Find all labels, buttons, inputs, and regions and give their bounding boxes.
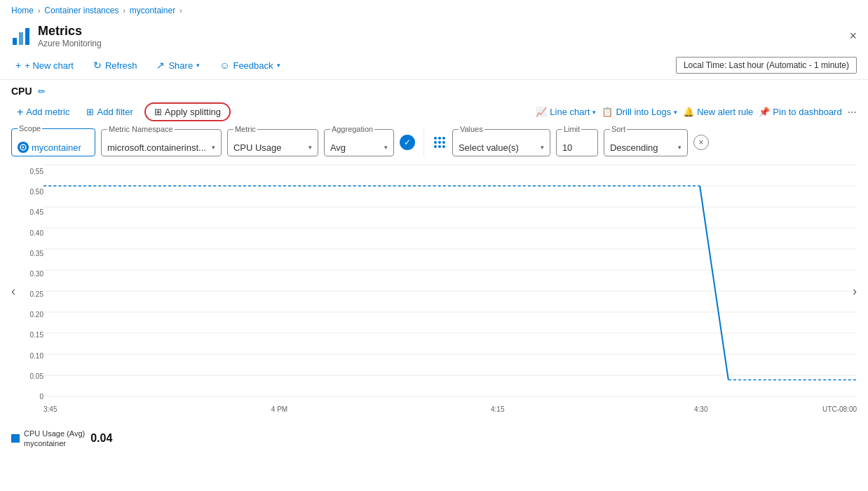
svg-point-12: [438, 145, 441, 148]
drill-logs-chevron-icon: ▾: [674, 109, 677, 116]
bc-sep-3: ›: [179, 7, 182, 15]
pin-label: Pin to dashboard: [773, 107, 841, 117]
x-label-430: 4:30: [694, 405, 707, 413]
time-range-button[interactable]: Local Time: Last hour (Automatic - 1 min…: [676, 57, 857, 74]
close-button[interactable]: ×: [849, 29, 857, 43]
feedback-chevron-icon: ▾: [277, 62, 280, 69]
chart-svg-container: 3:45 4 PM 4:15 4:30 UTC-08:00: [43, 165, 857, 417]
x-axis: 3:45 4 PM 4:15 4:30 UTC-08:00: [43, 401, 857, 417]
new-alert-rule-button[interactable]: 🔔 New alert rule: [683, 107, 753, 117]
svg-point-7: [442, 137, 445, 140]
page-header: Metrics Azure Monitoring ×: [0, 21, 868, 54]
metric-chevron-icon[interactable]: ▾: [308, 144, 312, 151]
refresh-button[interactable]: ↻ Refresh: [89, 57, 142, 74]
metrics-action-bar: + Add metric ⊞ Add filter ⊞ Apply splitt…: [11, 102, 857, 121]
feedback-button[interactable]: ☺ Feedback ▾: [215, 57, 284, 74]
add-metric-button[interactable]: + Add metric: [11, 103, 75, 121]
svg-point-4: [22, 147, 25, 149]
metric-value[interactable]: CPU Usage: [233, 142, 282, 153]
chart-title-row: CPU ✏: [11, 86, 857, 97]
splitting-icon: ⊞: [154, 107, 162, 117]
chart-section: CPU ✏ + Add metric ⊞ Add filter ⊞ Apply …: [0, 80, 868, 423]
add-metric-label: Add metric: [26, 107, 69, 117]
utc-label: UTC-08:00: [822, 405, 857, 413]
values-chevron-icon[interactable]: ▾: [541, 144, 544, 151]
limit-value[interactable]: 10: [562, 142, 572, 153]
edit-chart-icon[interactable]: ✏: [38, 86, 46, 97]
apply-splitting-button[interactable]: ⊞ Apply splitting: [144, 102, 231, 121]
svg-point-9: [438, 141, 441, 144]
alert-icon: 🔔: [683, 107, 694, 117]
svg-rect-2: [25, 28, 29, 45]
apply-splitting-label: Apply splitting: [165, 107, 221, 117]
new-alert-label: New alert rule: [697, 107, 753, 117]
new-chart-button[interactable]: + + New chart: [11, 57, 78, 74]
metric-namespace-chevron-icon[interactable]: ▾: [212, 144, 215, 151]
breadcrumb: Home › Container instances › mycontainer…: [0, 0, 868, 21]
aggregation-value[interactable]: Avg: [330, 142, 346, 153]
y-label-0.30: 0.30: [11, 270, 43, 278]
breadcrumb-mycontainer[interactable]: mycontainer: [130, 6, 175, 15]
pin-icon: 📌: [759, 107, 770, 117]
y-label-0: 0: [11, 393, 43, 401]
share-icon: ↗: [156, 60, 165, 71]
refresh-icon: ↻: [93, 60, 102, 71]
check-icon: ✓: [400, 135, 415, 150]
values-selector: Values Select value(s) ▾: [452, 129, 550, 156]
svg-point-10: [442, 141, 445, 144]
selector-row: Scope mycontainer Metric Namespace micro…: [11, 128, 857, 156]
breadcrumb-home[interactable]: Home: [11, 6, 34, 15]
add-filter-button[interactable]: ⊞ Add filter: [81, 104, 138, 120]
limit-label: Limit: [562, 125, 581, 133]
y-label-0.10: 0.10: [11, 352, 43, 360]
share-chevron-icon: ▾: [196, 62, 200, 69]
y-label-0.45: 0.45: [11, 208, 43, 216]
svg-rect-1: [19, 32, 23, 45]
share-button[interactable]: ↗ Share ▾: [152, 57, 204, 74]
selector-divider: [423, 128, 424, 156]
metrics-app-icon: [11, 27, 31, 46]
chart-svg: [43, 165, 857, 417]
line-chart-icon: 📈: [536, 107, 547, 117]
x-label-415: 4:15: [491, 405, 504, 413]
chart-area: 0.55 0.50 0.45 0.40 0.35 0.30 0.25 0.20 …: [11, 165, 857, 417]
new-chart-label: + New chart: [25, 60, 74, 71]
scope-dot-icon: [18, 142, 29, 153]
sort-close-button[interactable]: ×: [693, 135, 709, 150]
breadcrumb-container-instances[interactable]: Container instances: [44, 6, 118, 15]
aggregation-chevron-icon[interactable]: ▾: [384, 144, 388, 151]
y-label-0.35: 0.35: [11, 250, 43, 257]
y-label-0.40: 0.40: [11, 229, 43, 237]
pin-to-dashboard-button[interactable]: 📌 Pin to dashboard: [759, 107, 841, 117]
drill-into-logs-button[interactable]: 📋 Drill into Logs ▾: [602, 107, 677, 117]
metric-namespace-value[interactable]: microsoft.containerinst...: [107, 142, 206, 153]
drill-logs-label: Drill into Logs: [616, 107, 671, 117]
y-label-0.50: 0.50: [11, 188, 43, 196]
toolbar: + + New chart ↻ Refresh ↗ Share ▾ ☺ Feed…: [0, 54, 868, 80]
y-label-0.15: 0.15: [11, 331, 43, 339]
chart-area-container: ‹ › 0.55 0.50 0.45 0.40 0.35 0.30 0.25 0…: [11, 165, 857, 417]
chart-title: CPU: [11, 86, 32, 97]
feedback-label: Feedback: [233, 60, 273, 71]
y-label-0.55: 0.55: [11, 168, 43, 175]
sort-value[interactable]: Descending: [610, 142, 658, 153]
feedback-icon: ☺: [219, 60, 229, 71]
line-chart-label: Line chart: [550, 107, 590, 117]
legend-item: CPU Usage (Avg) mycontainer: [11, 429, 85, 449]
metric-namespace-selector: Metric Namespace microsoft.containerinst…: [101, 129, 222, 156]
filter-icon: ⊞: [86, 107, 94, 117]
sort-chevron-icon[interactable]: ▾: [678, 144, 681, 151]
svg-point-5: [434, 137, 437, 140]
metric-namespace-label: Metric Namespace: [107, 125, 175, 133]
line-chart-button[interactable]: 📈 Line chart ▾: [536, 107, 596, 117]
limit-selector: Limit 10: [556, 129, 598, 156]
aggregation-selector: Aggregation Avg ▾: [324, 129, 394, 156]
more-options-button[interactable]: ···: [848, 106, 857, 119]
chart-nav-right-button[interactable]: ›: [847, 278, 862, 304]
splitting-grid-icon: [433, 135, 447, 149]
scope-value[interactable]: mycontainer: [32, 142, 81, 153]
drill-logs-icon: 📋: [602, 107, 613, 117]
chart-nav-left-button[interactable]: ‹: [6, 278, 21, 304]
values-value[interactable]: Select value(s): [459, 142, 519, 153]
sort-selector: Sort Descending ▾: [604, 129, 688, 156]
